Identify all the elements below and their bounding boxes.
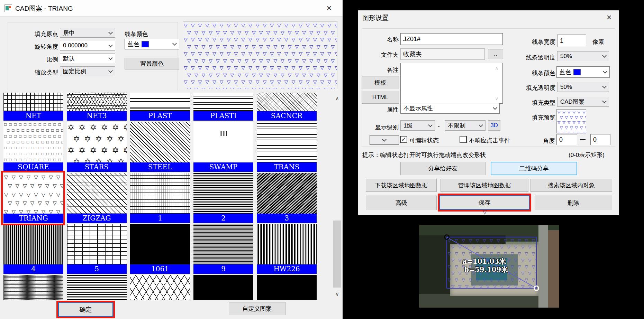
pattern-swatch-9[interactable] [193,224,253,264]
advanced-button[interactable]: 高级 [366,196,437,210]
close-icon[interactable]: × [323,2,336,14]
name-input[interactable]: JZ01# [400,33,503,45]
display-level-to-combo[interactable]: 不限制 [445,120,486,131]
swamp-symbol [220,131,227,136]
attribute-value: 不显示属性 [403,104,433,112]
pattern-swatch-STEEL[interactable] [130,122,190,162]
satellite-map[interactable]: ▽▽▽▽▽▽▽▽▽▽▽▽▽▽▽▽▽▽▽▽▽▽▽▽▽▽▽▽▽▽▽▽▽▽▽▽▽▽▽▽… [419,225,559,308]
zoom-type-combo[interactable]: 固定比例 [60,66,115,76]
pattern-swatch-2[interactable] [193,173,253,214]
zoom-type-value: 固定比例 [63,67,87,75]
pattern-label-5: 5 [67,264,127,274]
pattern-swatch-unnamed-5[interactable] [257,275,317,300]
html-button[interactable]: HTML [362,91,399,104]
pattern-swatch-TRANS[interactable] [257,122,317,162]
pattern-swatch-PLASTI[interactable] [193,93,253,111]
rotation-combo[interactable]: 0.000000 [60,41,115,50]
background-color-button[interactable]: 背景颜色 [125,58,179,69]
scrollbar[interactable]: ∧ ∨ [333,93,342,300]
chevron-down-icon [479,123,483,127]
chevron-down-icon [172,41,177,46]
qr-share-button[interactable]: 二维码分享 [491,162,577,175]
line-color-combo[interactable]: 蓝色 [125,39,179,49]
folder-browse-button[interactable]: .. [488,49,503,59]
scrollbar-thumb[interactable] [333,221,341,288]
name-value: JZ01# [403,36,420,43]
pattern-label-9: 9 [193,264,253,274]
note-textarea[interactable]: ∧ ∨ [400,63,503,104]
line-width-input[interactable]: 1 [557,35,586,47]
pattern-label-SWAMP: SWAMP [193,162,253,172]
fill-origin-combo[interactable]: 居中 [60,28,115,38]
note-label: 备注 [365,66,399,74]
fill-opacity-value: 50% [560,84,572,91]
pattern-label-HW226: HW226 [257,264,317,274]
pattern-swatch-NET3[interactable] [67,93,127,111]
pattern-swatch-unnamed-3[interactable] [130,275,190,300]
scroll-down-icon[interactable]: ∨ [333,288,342,300]
line-opacity-combo[interactable]: 50% [557,51,609,61]
textarea-scroll-up-icon[interactable]: ∧ [495,65,498,71]
folder-input[interactable]: 收藏夹 [400,48,485,60]
3d-button[interactable]: 3D [488,120,500,131]
download-area-button[interactable]: 下载该区域地图数据 [366,179,437,192]
editable-checkbox[interactable]: ✓ [400,136,407,143]
pattern-swatch-4[interactable] [3,224,63,264]
template-button[interactable]: 模板 [362,76,399,89]
line-color-value: 蓝色 [128,40,139,48]
manage-area-button[interactable]: 管理该区域地图数据 [441,179,528,192]
attribute-combo[interactable]: 不显示属性 [400,103,500,114]
scale-combo[interactable]: 默认 [60,54,115,63]
fill-opacity-label: 填充透明度 [507,84,555,92]
folder-label: 文件夹 [365,51,399,59]
pattern-swatch-SACNCR[interactable] [257,93,317,111]
custom-pattern-button[interactable]: 自定义图案 [229,302,285,315]
fill-type-combo[interactable]: CAD图案 [557,97,609,107]
display-level-from-combo[interactable]: 1级 [400,120,435,131]
scroll-up-icon[interactable]: ∧ [333,93,342,104]
folder-value: 收藏夹 [403,50,422,58]
fill-opacity-combo[interactable]: 50% [557,82,609,92]
color-swatch [573,69,581,75]
pattern-label-ZIGZAG: ZIGZAG [67,214,127,223]
line-color-combo[interactable]: 蓝色 [556,66,610,78]
pattern-label-SQUARE: SQUARE [3,162,63,172]
pattern-swatch-PLAST[interactable] [130,93,190,111]
no-click-checkbox[interactable] [460,136,467,143]
dialog-title: CAD图案 - TRIANG [15,4,73,13]
pattern-swatch-HW226[interactable] [257,224,317,264]
angle-value-2: 0 [593,136,597,143]
pattern-swatch-SWAMP[interactable] [193,122,253,162]
line-width-unit: 像素 [592,38,604,46]
save-button[interactable]: 保存 [439,195,529,210]
pattern-swatch-3[interactable] [257,173,317,214]
pattern-swatch-unnamed-4[interactable] [193,275,253,300]
chevron-down-icon [602,53,607,58]
pattern-swatch-unnamed-1[interactable] [3,275,63,300]
line-color-value: 蓝色 [560,68,571,76]
pattern-swatch-ZIGZAG[interactable] [67,173,127,214]
share-friend-button[interactable]: 分享给好友 [400,162,486,175]
angle-label: 角度 [521,137,555,145]
pattern-swatch-SQUARE[interactable]: □□□□□□□□□□□□□□□□□□□□□□□□□□□□□□□□□□□□□□□□… [3,122,63,162]
angle-input-1[interactable]: 0 [556,134,577,145]
pattern-swatch-1[interactable] [130,173,190,214]
pattern-swatch-NET[interactable] [3,93,63,111]
fill-origin-label: 填充原点 [20,30,58,38]
pointer-triangle-icon: ▽ [483,209,487,215]
chevron-down-icon [108,68,113,73]
angle-input-2[interactable]: 0 [590,134,610,145]
delete-button[interactable]: 删除 [535,196,612,210]
expand-combo[interactable] [370,135,399,145]
textarea-scroll-down-icon[interactable]: ∨ [495,96,498,101]
measure-label-a: a=101.03米 [462,257,506,266]
search-area-button[interactable]: 搜索该区域内对象 [530,179,612,192]
pattern-swatch-unnamed-2[interactable] [67,275,127,300]
close-icon[interactable]: × [602,12,616,24]
pattern-swatch-5[interactable] [67,224,127,264]
line-opacity-value: 50% [560,53,572,60]
titlebar: CAD图案 - TRIANG × [0,0,343,17]
pattern-swatch-STARS[interactable]: ✡✡✡✡✡✡✡✡✡✡✡✡✡✡✡✡✡✡✡✡✡✡✡✡✡✡✡✡✡✡✡✡✡✡✡✡✡✡✡✡ [67,122,127,162]
ok-button[interactable]: 确定 [58,302,113,317]
pattern-swatch-1061[interactable] [130,224,190,264]
